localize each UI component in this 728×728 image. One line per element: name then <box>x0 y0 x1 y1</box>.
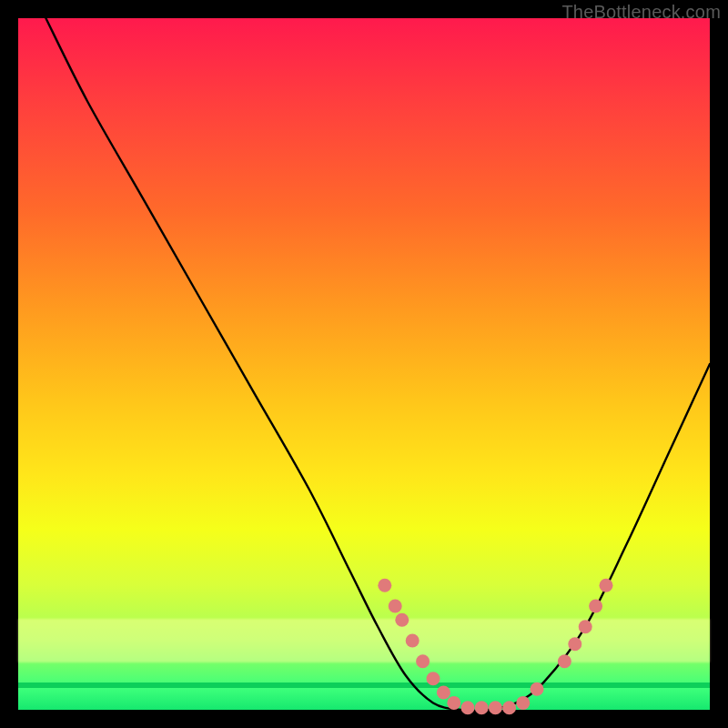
marker-dot <box>427 672 440 685</box>
marker-dot <box>389 600 402 613</box>
marker-dot <box>516 696 530 710</box>
marker-dot <box>461 701 475 714</box>
bottleneck-curve <box>46 18 710 711</box>
marker-dot <box>589 600 602 613</box>
marker-dot <box>416 654 430 668</box>
marker-dot <box>558 654 571 668</box>
marker-dot <box>378 579 391 592</box>
marker-dot <box>489 701 502 714</box>
curve-layer <box>18 18 710 710</box>
marker-dot <box>579 620 592 633</box>
plot-area <box>18 18 710 710</box>
marker-dot <box>531 682 544 696</box>
chart-frame: TheBottleneck.com <box>0 0 728 728</box>
marker-dot <box>568 637 581 651</box>
marker-dot <box>502 701 516 714</box>
marker-dot <box>437 686 450 700</box>
marker-dot <box>447 696 460 710</box>
highlight-markers <box>378 579 612 715</box>
marker-dot <box>600 579 613 592</box>
marker-dot <box>406 634 420 648</box>
marker-dot <box>395 613 409 627</box>
marker-dot <box>475 701 489 714</box>
